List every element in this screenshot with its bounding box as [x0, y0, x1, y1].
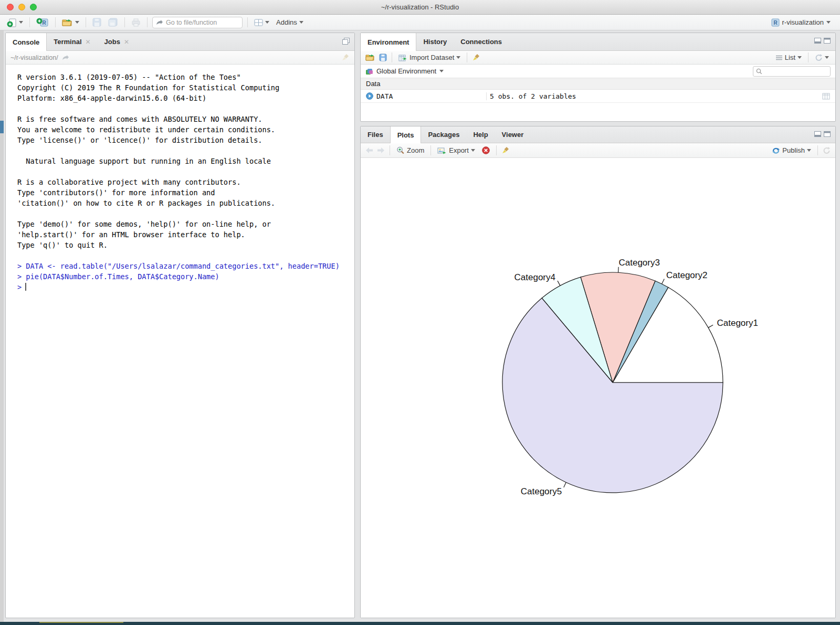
console-output[interactable]: R version 3.6.1 (2019-07-05) -- "Action …: [6, 65, 354, 292]
addins-button[interactable]: Addins: [275, 17, 305, 27]
environment-search-input[interactable]: [764, 68, 825, 75]
pie-label-tick: [662, 279, 665, 284]
view-data-icon[interactable]: [822, 93, 830, 100]
addins-label: Addins: [276, 18, 297, 26]
refresh-icon: [815, 54, 823, 61]
object-name: DATA: [376, 92, 393, 100]
restore-panes-icon[interactable]: [342, 38, 350, 45]
pie-chart: Category1Category2Category3Category4Cate…: [361, 158, 835, 618]
remove-plot-button[interactable]: [480, 145, 491, 155]
close-tab-icon[interactable]: ✕: [124, 38, 129, 46]
tab-terminal[interactable]: Terminal✕: [47, 33, 97, 50]
plots-pane: Files Plots Packages Help Viewer Zoom Ex…: [360, 126, 836, 618]
tab-history[interactable]: History: [416, 33, 454, 50]
minimize-pane-icon[interactable]: [814, 38, 821, 44]
save-workspace-icon[interactable]: [379, 54, 387, 61]
environment-view-mode-button[interactable]: List: [774, 52, 803, 62]
pie-label-tick: [618, 267, 619, 272]
toolbar-separator: [392, 52, 392, 62]
window-title: ~/r-visualization - RStudio: [0, 3, 840, 11]
pie-label-category3: Category3: [619, 258, 660, 268]
tab-help[interactable]: Help: [466, 126, 495, 143]
minimize-pane-icon[interactable]: [814, 131, 821, 137]
clear-console-icon[interactable]: [341, 54, 350, 61]
refresh-environment-button[interactable]: [813, 53, 831, 62]
tab-environment[interactable]: Environment: [361, 33, 416, 51]
goto-arrow-icon: [156, 19, 163, 25]
tab-viewer[interactable]: Viewer: [495, 126, 531, 143]
global-environment-icon: [365, 68, 373, 75]
zoom-plot-button[interactable]: Zoom: [395, 145, 426, 155]
export-plot-button[interactable]: Export: [436, 145, 477, 155]
chevron-down-icon: [75, 21, 79, 24]
toolbar-separator: [29, 17, 30, 27]
refresh-plot-icon[interactable]: [823, 147, 831, 154]
print-button[interactable]: [130, 17, 142, 28]
toolbar-separator: [496, 145, 497, 155]
console-output-line: Type 'license()' or 'licence()' for dist…: [17, 135, 354, 145]
console-path-bar: ~/r-visualization/: [6, 51, 354, 65]
environment-object-row[interactable]: DATA 5 obs. of 2 variables: [361, 90, 835, 103]
tab-plots[interactable]: Plots: [390, 126, 422, 143]
pie-label-tick: [558, 281, 560, 285]
pane-layout-button[interactable]: [253, 18, 271, 27]
previous-plot-icon[interactable]: [365, 147, 373, 154]
import-dataset-button[interactable]: Import Dataset: [397, 52, 462, 62]
console-input-line: > pie(DATA$Number.of.Times, DATA$Categor…: [17, 271, 354, 282]
toolbar-separator: [124, 17, 125, 27]
open-file-button[interactable]: [60, 17, 81, 28]
save-button[interactable]: [91, 17, 103, 28]
console-output-line: [17, 208, 354, 219]
project-menu-button[interactable]: R r-visualization: [771, 18, 831, 27]
publish-icon: [772, 147, 780, 154]
import-dataset-icon: [398, 54, 407, 61]
chevron-down-icon: [265, 21, 269, 24]
environment-tabbar: Environment History Connections: [361, 33, 835, 51]
console-output-line: Type 'q()' to quit R.: [17, 240, 354, 250]
clear-all-plots-icon[interactable]: [501, 146, 510, 154]
plots-tabbar: Files Plots Packages Help Viewer: [361, 126, 835, 143]
load-workspace-icon[interactable]: [365, 54, 375, 61]
zoom-magnifier-icon: [396, 146, 405, 154]
pane-layout-icon: [254, 19, 263, 26]
project-name-label: r-visualization: [782, 18, 824, 26]
new-project-button[interactable]: R: [35, 16, 50, 28]
tab-packages[interactable]: Packages: [421, 126, 466, 143]
maximize-pane-icon[interactable]: [824, 131, 831, 137]
save-all-button[interactable]: [107, 17, 120, 28]
tab-console[interactable]: Console: [6, 33, 47, 51]
maximize-pane-icon[interactable]: [824, 38, 831, 44]
publish-plot-button[interactable]: Publish: [770, 145, 813, 155]
close-tab-icon[interactable]: ✕: [86, 38, 91, 46]
toolbar-separator: [55, 17, 56, 27]
pie-label-category1: Category1: [717, 318, 758, 328]
tab-jobs[interactable]: Jobs✕: [98, 33, 136, 50]
pie-label-category4: Category4: [514, 272, 555, 282]
goto-file-function-input[interactable]: [166, 19, 234, 26]
export-image-icon: [437, 147, 447, 154]
next-plot-icon[interactable]: [377, 147, 385, 154]
goto-directory-icon[interactable]: [62, 55, 69, 60]
environment-scope-label[interactable]: Global Environment: [376, 67, 436, 75]
object-summary: 5 obs. of 2 variables: [486, 92, 822, 100]
list-icon: [775, 55, 783, 60]
console-output-line: R is a collaborative project with many c…: [17, 177, 354, 187]
expand-object-icon[interactable]: [366, 92, 373, 100]
goto-file-function-box[interactable]: [152, 17, 243, 28]
console-output-line: Platform: x86_64-apple-darwin15.6.0 (64-…: [17, 93, 354, 103]
console-output-line: Type 'demo()' for some demos, 'help()' f…: [17, 219, 354, 229]
environment-search-box[interactable]: [753, 66, 831, 77]
new-file-button[interactable]: [5, 17, 25, 28]
console-input-line: >: [17, 282, 354, 292]
console-tabbar: Console Terminal✕ Jobs✕: [6, 33, 354, 51]
pie-label-tick: [708, 325, 713, 327]
window-titlebar: ~/r-visualization - RStudio: [0, 0, 840, 15]
tab-files[interactable]: Files: [361, 126, 390, 143]
console-output-line: R version 3.6.1 (2019-07-05) -- "Action …: [17, 72, 354, 82]
clear-environment-icon[interactable]: [472, 54, 480, 61]
tab-connections[interactable]: Connections: [454, 33, 509, 50]
toolbar-separator: [390, 145, 390, 155]
chevron-down-icon: [456, 56, 460, 59]
console-output-line: 'help.start()' for an HTML browser inter…: [17, 229, 354, 240]
chevron-down-icon: [471, 149, 475, 152]
